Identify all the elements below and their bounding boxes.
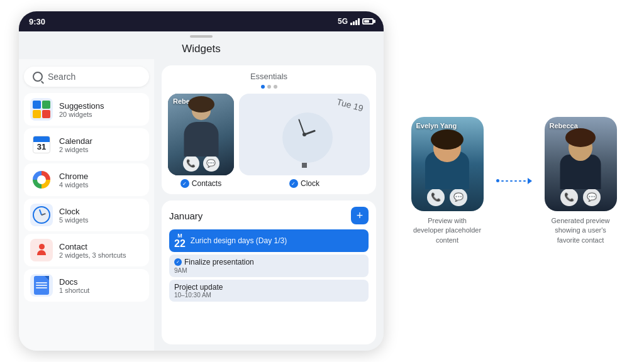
clock-label-space: ✓ Clock: [239, 179, 370, 188]
cal-icon-top: [33, 136, 50, 142]
grid-cell-3: [33, 110, 41, 118]
network-label: 5G: [338, 17, 348, 26]
arrow-start-dot: [496, 179, 499, 182]
docs-icon: [30, 274, 53, 297]
line-dot-4: [514, 180, 517, 182]
grid-cell-2: [42, 101, 50, 109]
suggestions-count: 20 widgets: [59, 111, 104, 118]
clock-bottom-dot: [302, 163, 307, 168]
clock-widget-card: Tue 19: [239, 94, 370, 175]
chrome-inner: [37, 175, 46, 184]
sidebar-item-contact[interactable]: Contact 2 widgets, 3 shortcuts: [24, 234, 149, 266]
signal-icon: [350, 18, 360, 25]
status-right: 5G: [338, 17, 374, 26]
signal-bar-3: [355, 20, 357, 25]
sidebar-item-clock[interactable]: Clock 5 widgets: [24, 199, 149, 231]
clock-name: Clock: [59, 207, 88, 216]
plain-event-time: 10–10:30 AM: [174, 292, 364, 299]
calendar-name: Calendar: [59, 136, 92, 146]
dot-2[interactable]: [267, 85, 271, 89]
clock-check: ✓: [289, 179, 298, 188]
calendar-month: January: [169, 211, 203, 221]
line-dot-5: [519, 180, 521, 182]
contacts-label-text: Contacts: [192, 179, 221, 188]
search-icon: [33, 72, 43, 82]
contacts-label: ✓ Contacts: [180, 179, 221, 188]
battery-icon: [362, 18, 374, 25]
evelyn-hair: [431, 129, 464, 150]
widgets-title: Widgets: [19, 38, 384, 59]
contact-card-actions: 📞 💬: [183, 155, 219, 172]
calendar-section: January + M 22 Zurich design days (Day 1…: [162, 200, 376, 344]
evelyn-msg-btn[interactable]: 💬: [450, 189, 467, 206]
event-main-title: Zurich design days (Day 1/3): [191, 236, 287, 245]
rebecca-caption: Generated preview showing a user's favor…: [546, 216, 615, 245]
comparison-row: Evelyn Yang 📞 💬 Preview with developer p…: [411, 117, 617, 245]
chrome-text: Chrome 4 widgets: [59, 172, 88, 189]
calendar-sub-event-1: ✓ Finalize presentation 9AM: [169, 255, 369, 277]
search-bar[interactable]: Search: [24, 67, 149, 87]
person-icon: [36, 244, 47, 256]
evelyn-card: Evelyn Yang 📞 💬: [411, 117, 484, 211]
sidebar-item-calendar[interactable]: 31 Calendar 2 widgets: [24, 128, 149, 161]
docs-name: Docs: [59, 277, 89, 287]
grid-cell-1: [33, 101, 41, 109]
arrow-line: [501, 180, 526, 182]
essentials-dots: [168, 85, 370, 89]
evelyn-call-btn[interactable]: 📞: [427, 189, 445, 206]
sidebar: Search Suggestions 20 widgets: [19, 59, 154, 351]
signal-bar-4: [358, 18, 360, 25]
grid-cell-4: [42, 110, 50, 118]
add-event-button[interactable]: +: [351, 207, 369, 224]
sidebar-item-docs[interactable]: Docs 1 shortcut: [24, 269, 149, 302]
calendar-event-plain: Project update 10–10:30 AM: [169, 280, 369, 302]
search-input[interactable]: Search: [48, 72, 75, 82]
widgets-panel: Search Suggestions 20 widgets: [19, 59, 384, 351]
chrome-icon: [30, 168, 53, 191]
signal-bar-1: [350, 23, 352, 25]
dot-1[interactable]: [261, 85, 265, 89]
main-wrapper: 9:30 5G Widgets: [0, 0, 644, 362]
contact-text: Contact 2 widgets, 3 shortcuts: [59, 242, 126, 259]
calendar-icon: 31: [30, 133, 53, 156]
contacts-check: ✓: [180, 179, 189, 188]
rebecca-call-btn[interactable]: 📞: [560, 189, 578, 206]
evelyn-caption: Preview with developer placeholder conte…: [413, 216, 482, 245]
call-button[interactable]: 📞: [183, 155, 199, 172]
docs-line-1: [36, 282, 47, 283]
contact-count: 2 widgets, 3 shortcuts: [59, 251, 126, 259]
essentials-cards: Rebecca 📞 💬 Tue 19: [168, 94, 370, 175]
clock-date: Tue 19: [336, 97, 365, 114]
sub-event-title-1: ✓ Finalize presentation: [174, 258, 364, 266]
transition-arrow: [496, 178, 532, 184]
clock-label: ✓ Clock: [289, 179, 319, 188]
docs-icon-visual: [34, 276, 49, 295]
status-time: 9:30: [29, 17, 45, 26]
rebecca-msg-btn[interactable]: 💬: [583, 189, 601, 206]
message-button[interactable]: 💬: [203, 155, 219, 172]
event-date-badge: M 22: [174, 233, 186, 249]
signal-bar-2: [353, 21, 355, 25]
chrome-name: Chrome: [59, 172, 88, 181]
cal-icon-date: 31: [37, 142, 46, 153]
cards-labels: ✓ Contacts ✓ Clock: [168, 179, 370, 188]
suggestions-text: Suggestions 20 widgets: [59, 101, 104, 118]
right-panel: Essentials: [154, 59, 384, 351]
contact-widget-card[interactable]: Rebecca 📞 💬: [168, 94, 234, 175]
suggestions-name: Suggestions: [59, 101, 104, 111]
contacts-label-space: ✓ Contacts: [168, 179, 234, 188]
sidebar-item-suggestions[interactable]: Suggestions 20 widgets: [24, 93, 149, 126]
person-head: [39, 244, 45, 250]
sidebar-item-chrome[interactable]: Chrome 4 widgets: [24, 163, 149, 196]
contact-name: Contact: [59, 242, 126, 251]
essentials-section: Essentials: [162, 65, 376, 194]
line-dot-3: [510, 180, 513, 182]
person-hair-visual: [188, 96, 214, 112]
clock-center-dot: [303, 133, 306, 136]
contact-icon-visual: [33, 241, 50, 259]
evelyn-actions: 📞 💬: [427, 189, 467, 206]
line-dot-1: [501, 180, 504, 182]
clock-face: [282, 112, 333, 163]
line-dot-6: [523, 180, 526, 182]
dot-3[interactable]: [274, 85, 277, 89]
